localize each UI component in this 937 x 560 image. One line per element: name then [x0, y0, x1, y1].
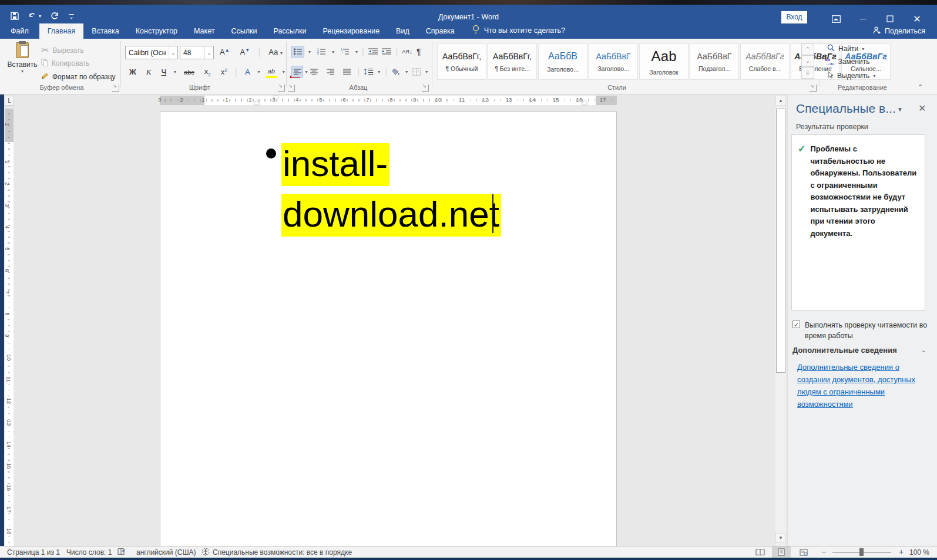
- tab-insert[interactable]: Вставка: [83, 23, 127, 39]
- shrink-font-button[interactable]: А▼: [238, 46, 253, 58]
- style-subtitle[interactable]: АаБбВвГ Подзагол...: [690, 43, 739, 80]
- font-size-dropdown-icon[interactable]: ⌄: [204, 46, 213, 59]
- word-count[interactable]: Число слов: 1: [66, 548, 112, 556]
- document-text-line2[interactable]: download.net: [281, 191, 501, 238]
- hanging-indent-marker[interactable]: [254, 100, 260, 104]
- sort-button[interactable]: АЯ↓: [402, 49, 412, 55]
- select-dropdown-icon[interactable]: ▾: [873, 73, 875, 79]
- font-name-combobox[interactable]: Calibri (Осн ⌄: [125, 46, 178, 59]
- keep-checking-checkbox[interactable]: ✓: [792, 321, 800, 328]
- style-no-spacing[interactable]: АаБбВвГг, ¶ Без инте...: [488, 43, 537, 80]
- multilevel-dropdown-icon[interactable]: ▾: [355, 49, 358, 55]
- accessibility-help-link[interactable]: Дополнительные сведения о создании докум…: [797, 361, 926, 410]
- style-title[interactable]: Ааb Заголовок: [639, 43, 689, 80]
- select-button[interactable]: Выделить ▾: [827, 71, 875, 80]
- subscript-button[interactable]: x2: [202, 66, 213, 79]
- align-right-button[interactable]: [324, 66, 336, 77]
- bullets-button[interactable]: [291, 46, 304, 58]
- styles-gallery-more-icon[interactable]: ⍗: [801, 67, 814, 79]
- borders-button[interactable]: [412, 68, 421, 76]
- tab-help[interactable]: Справка: [418, 23, 463, 39]
- proofing-book-icon[interactable]: [117, 548, 125, 558]
- language-indicator[interactable]: английский (США): [136, 548, 196, 556]
- tab-mailings[interactable]: Рассылки: [265, 23, 314, 39]
- superscript-button[interactable]: x2: [219, 66, 230, 77]
- tab-selector[interactable]: L: [5, 96, 14, 106]
- shading-button[interactable]: [392, 68, 401, 76]
- underline-button[interactable]: Ч: [159, 66, 169, 77]
- pane-title-dropdown-icon[interactable]: ▼: [897, 106, 903, 113]
- highlight-button[interactable]: ab: [266, 66, 277, 78]
- zoom-out-button[interactable]: −: [821, 547, 826, 556]
- chevron-down-icon[interactable]: ⌄: [921, 346, 926, 354]
- shading-dropdown-icon[interactable]: ▾: [405, 69, 408, 75]
- justify-button[interactable]: [341, 66, 352, 77]
- align-left-button[interactable]: [291, 66, 303, 77]
- text-effects-button[interactable]: А: [243, 66, 253, 77]
- multilevel-list-button[interactable]: 1i: [338, 46, 351, 58]
- underline-dropdown-icon[interactable]: ▾: [174, 69, 176, 75]
- style-heading2[interactable]: АаБбВвГ Заголово...: [589, 43, 638, 80]
- print-layout-icon[interactable]: [772, 546, 791, 558]
- paragraph-dialog-launcher-left[interactable]: [288, 85, 295, 92]
- borders-dropdown-icon[interactable]: ▾: [425, 69, 428, 75]
- styles-scroll-up-icon[interactable]: ⌃: [801, 43, 814, 55]
- replace-button[interactable]: ab→ac Заменить: [825, 58, 869, 66]
- accessibility-icon[interactable]: [201, 548, 210, 558]
- clipboard-dialog-launcher[interactable]: [112, 85, 119, 92]
- share-button[interactable]: Поделиться: [873, 26, 925, 36]
- collapse-ribbon-icon[interactable]: ⌃: [918, 83, 923, 91]
- additional-info-header[interactable]: Дополнительные сведения ⌄: [792, 346, 929, 355]
- grow-font-button[interactable]: А▲: [217, 46, 232, 58]
- zoom-level[interactable]: 100 %: [909, 548, 929, 556]
- v-ruler[interactable]: 1 123456789101112131415161718: [5, 109, 14, 546]
- sign-in-button[interactable]: Вход: [781, 11, 807, 23]
- highlight-dropdown-icon[interactable]: ▾: [283, 69, 285, 75]
- zoom-slider-thumb[interactable]: [859, 548, 864, 556]
- tab-review[interactable]: Рецензирование: [315, 23, 388, 39]
- text-effects-dropdown-icon[interactable]: ▾: [258, 69, 260, 75]
- document-text-line1[interactable]: install-: [281, 140, 389, 187]
- italic-button[interactable]: К: [144, 66, 154, 78]
- tab-view[interactable]: Вид: [388, 23, 418, 39]
- read-mode-icon[interactable]: [751, 546, 770, 558]
- document-scrollbar[interactable]: ▲ ▼: [775, 96, 786, 546]
- paste-dropdown-icon[interactable]: ▾: [21, 69, 23, 74]
- paste-button[interactable]: Вставить ▾: [7, 42, 38, 83]
- style-normal[interactable]: АаБбВвГг, ¶ Обычный: [437, 43, 486, 80]
- styles-scroll-down-icon[interactable]: ⌄: [801, 55, 814, 67]
- web-layout-icon[interactable]: [794, 546, 813, 558]
- tab-design[interactable]: Конструктор: [127, 23, 186, 39]
- show-marks-button[interactable]: ¶: [417, 47, 421, 56]
- format-painter-button[interactable]: Формат по образцу: [41, 72, 116, 82]
- style-heading1[interactable]: АаБбВ Заголово...: [538, 43, 587, 80]
- strikethrough-button[interactable]: abc: [182, 68, 197, 77]
- line-spacing-button[interactable]: [364, 68, 373, 75]
- line-spacing-dropdown-icon[interactable]: ▾: [378, 69, 380, 75]
- tab-references[interactable]: Ссылки: [223, 23, 265, 39]
- bullets-dropdown-icon[interactable]: ▾: [308, 49, 311, 55]
- accessibility-status[interactable]: Специальные возможности: все в порядке: [213, 548, 352, 556]
- numbering-dropdown-icon[interactable]: ▾: [332, 49, 334, 55]
- cut-button[interactable]: ✂ Вырезать: [41, 45, 84, 56]
- find-dropdown-icon[interactable]: ▾: [862, 46, 864, 52]
- tell-me-box[interactable]: Что вы хотите сделать?: [472, 25, 565, 39]
- tab-layout[interactable]: Макет: [186, 23, 223, 39]
- page-indicator[interactable]: Страница 1 из 1: [7, 548, 60, 556]
- document-page[interactable]: install- download.net: [160, 112, 617, 546]
- right-indent-marker[interactable]: [582, 100, 587, 104]
- paragraph-dialog-launcher[interactable]: [422, 85, 429, 92]
- scroll-down-icon[interactable]: ▼: [775, 533, 786, 543]
- font-name-dropdown-icon[interactable]: ⌄: [169, 46, 177, 59]
- scrollbar-thumb[interactable]: [776, 109, 785, 373]
- zoom-in-button[interactable]: +: [899, 547, 904, 556]
- copy-button[interactable]: Копировать: [41, 58, 90, 69]
- tab-home[interactable]: Главная: [39, 23, 84, 39]
- increase-indent-button[interactable]: [382, 48, 391, 55]
- font-dialog-launcher[interactable]: [278, 85, 285, 92]
- h-ruler[interactable]: 3211234567891011121314151617: [160, 96, 617, 105]
- tab-file[interactable]: Файл: [0, 23, 39, 39]
- decrease-indent-button[interactable]: [368, 48, 378, 55]
- find-button[interactable]: Найти ▾: [827, 44, 864, 53]
- style-subtle-emphasis[interactable]: АаБбВвГг Слабое в...: [740, 43, 790, 80]
